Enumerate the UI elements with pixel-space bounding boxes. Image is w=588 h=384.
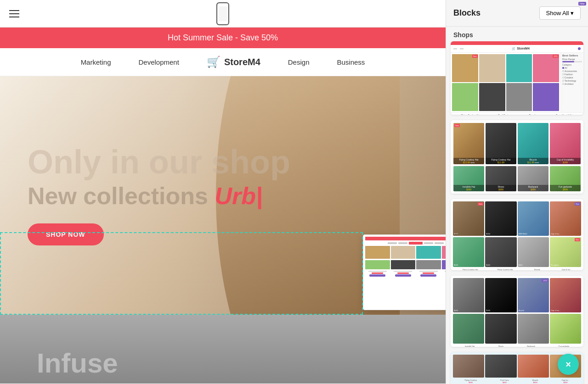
show-all-button[interactable]: Show All ▾ bbox=[539, 6, 581, 20]
announcement-bar: Hot Summer Sale - Save 50% bbox=[0, 28, 446, 48]
hero-subtitle-highlight: Urb| bbox=[215, 183, 262, 209]
hero-subtitle: New collections Urb| bbox=[28, 183, 290, 209]
shops-section-label: Shops bbox=[446, 27, 588, 41]
store-nav: Marketing Development 🛒 StoreM4 Design B… bbox=[0, 48, 446, 76]
mini-preview-card[interactable] bbox=[363, 234, 446, 310]
nav-marketing[interactable]: Marketing bbox=[81, 58, 111, 66]
top-toolbar bbox=[0, 0, 446, 28]
menu-icon[interactable] bbox=[9, 10, 19, 17]
shop-thumb-card-2[interactable]: Flying Cowboy Hat $13.99 $### New Flying… bbox=[451, 120, 583, 194]
bottom-text: Infuse bbox=[37, 347, 118, 379]
close-button[interactable]: × bbox=[558, 354, 579, 375]
device-preview-icon[interactable] bbox=[216, 2, 229, 25]
nav-business[interactable]: Business bbox=[337, 58, 365, 66]
nav-development[interactable]: Development bbox=[138, 58, 179, 66]
panel-header: Blocks Show All ▾ bbox=[446, 0, 588, 27]
shop-thumb-card-4[interactable]: $### $### Bicycle -15% Cap of inv... bbox=[451, 276, 583, 347]
logo-text: StoreM4 bbox=[224, 57, 260, 67]
cart-icon: 🛒 bbox=[207, 56, 220, 68]
dashed-selection-overlay bbox=[0, 232, 363, 315]
hero-title: Only in our shop bbox=[28, 145, 290, 178]
announcement-text: Hot Summer Sale - Save 50% bbox=[168, 33, 278, 42]
shop-thumb-card-1[interactable]: 🛒 StoreM4 New -20% bbox=[451, 41, 583, 115]
shop-thumb-card-3[interactable]: $### New $### $999 $### Cap of inv... bbox=[451, 199, 583, 270]
store-logo: 🛒 StoreM4 bbox=[207, 56, 260, 68]
editor-area: Hot Summer Sale - Save 50% Marketing Dev… bbox=[0, 0, 446, 384]
nav-design[interactable]: Design bbox=[288, 58, 310, 66]
right-panel: Blocks Show All ▾ Shops 🛒 StoreM4 bbox=[446, 0, 588, 384]
hero-section: Only in our shop New collections Urb| SH… bbox=[0, 76, 446, 315]
blocks-label: Blocks bbox=[453, 8, 481, 18]
below-hero-section: Infuse bbox=[0, 315, 446, 384]
thumbnails-container[interactable]: 🛒 StoreM4 New -20% bbox=[446, 41, 588, 384]
hero-subtitle-start: New collections bbox=[28, 183, 208, 209]
